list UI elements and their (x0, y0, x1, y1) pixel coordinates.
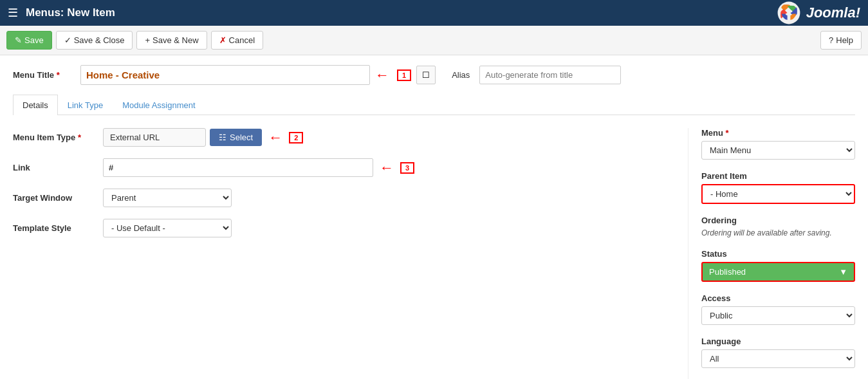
arrow-3-icon: ← (380, 160, 394, 176)
target-window-label: Target Window (13, 189, 103, 203)
alias-label: Alias (452, 70, 470, 80)
sidebar-access-label: Access (701, 293, 855, 303)
tab-details[interactable]: Details (13, 95, 58, 115)
sidebar-status-label: Status (701, 249, 855, 259)
save-icon: ✎ (15, 35, 22, 45)
template-style-label: Template Style (13, 219, 103, 233)
joomla-logo-icon (777, 1, 801, 25)
target-window-select[interactable]: Parent (103, 189, 232, 207)
arrow-2-icon: ← (268, 129, 282, 146)
menu-title-input-group: ← 1 ☐ (80, 65, 436, 85)
cancel-icon: ✗ (219, 35, 226, 45)
target-window-control: Parent (103, 189, 662, 207)
sidebar-language-section: Language All (701, 337, 855, 368)
sidebar-parent-label: Parent Item (701, 171, 855, 181)
link-row: Link ← 3 (13, 158, 662, 177)
select-grid-icon: ☷ (219, 133, 226, 142)
plus-icon: + (145, 35, 150, 45)
sidebar-parent-select[interactable]: - Home (701, 184, 855, 204)
sidebar-access-section: Access Public (701, 293, 855, 325)
annotation-2: 2 (289, 132, 303, 143)
target-window-row: Target Window Parent (13, 189, 662, 207)
sidebar-menu-section: Menu Main Menu (701, 128, 855, 160)
sidebar: Menu Main Menu Parent Item - Home Orderi… (688, 128, 855, 379)
select-button[interactable]: ☷ Select (210, 129, 262, 146)
help-icon: ? (829, 35, 833, 45)
template-style-control: - Use Default - (103, 219, 662, 237)
sidebar-language-label: Language (701, 337, 855, 346)
content-area: Menu Title ← 1 ☐ Alias Details Link Type… (0, 55, 868, 379)
sidebar-ordering-text: Ordering will be available after saving. (701, 228, 855, 237)
menu-title-row: Menu Title ← 1 ☐ Alias (13, 65, 855, 85)
help-button[interactable]: ? Help (820, 31, 862, 50)
toolbar: ✎ Save ✓ Save & Close + Save & New ✗ Can… (0, 26, 868, 55)
page-title: Menus: New Item (26, 6, 115, 19)
annotation-1: 1 (397, 69, 411, 81)
hamburger-icon[interactable]: ☰ (8, 6, 18, 20)
sidebar-language-select[interactable]: All (701, 349, 855, 368)
menu-item-type-value: External URL (103, 128, 206, 147)
menu-item-type-label: Menu Item Type (13, 128, 103, 142)
sidebar-status-select[interactable]: Published ▼ (701, 262, 855, 282)
joomla-logo: Joomla! (777, 1, 860, 25)
annotation-3: 3 (400, 162, 414, 174)
menu-title-input[interactable] (80, 65, 370, 85)
sidebar-parent-section: Parent Item - Home (701, 171, 855, 204)
main-layout: Menu Item Type External URL ☷ Select ← 2… (13, 128, 855, 379)
template-style-select[interactable]: - Use Default - (103, 219, 232, 237)
tabs: Details Link Type Module Assignment (13, 95, 855, 115)
tab-link-type[interactable]: Link Type (58, 95, 113, 115)
title-edit-icon[interactable]: ☐ (416, 66, 436, 84)
link-control: ← 3 (103, 158, 662, 177)
sidebar-access-select[interactable]: Public (701, 306, 855, 325)
navbar: ☰ Menus: New Item Joomla! (0, 0, 868, 26)
sidebar-ordering-label: Ordering (701, 216, 855, 225)
status-value: Published (709, 267, 746, 277)
link-label: Link (13, 158, 103, 172)
sidebar-status-section: Status Published ▼ (701, 249, 855, 282)
caret-icon: ▼ (839, 267, 847, 277)
checkmark-icon: ✓ (64, 35, 71, 45)
menu-title-label: Menu Title (13, 70, 71, 80)
cancel-button[interactable]: ✗ Cancel (211, 31, 263, 50)
link-input[interactable] (103, 158, 373, 177)
tab-module-assignment[interactable]: Module Assignment (113, 95, 205, 115)
alias-input[interactable] (479, 66, 621, 84)
save-button[interactable]: ✎ Save (6, 31, 52, 50)
menu-item-type-row: Menu Item Type External URL ☷ Select ← 2 (13, 128, 662, 147)
sidebar-ordering-section: Ordering Ordering will be available afte… (701, 216, 855, 237)
sidebar-menu-select[interactable]: Main Menu (701, 141, 855, 160)
save-new-button[interactable]: + Save & New (136, 31, 207, 50)
sidebar-menu-label: Menu (701, 128, 855, 138)
template-style-row: Template Style - Use Default - (13, 219, 662, 237)
arrow-1-icon: ← (375, 67, 389, 84)
form-area: Menu Item Type External URL ☷ Select ← 2… (13, 128, 688, 379)
joomla-text: Joomla! (806, 5, 860, 21)
menu-item-type-control: External URL ☷ Select ← 2 (103, 128, 662, 147)
save-close-button[interactable]: ✓ Save & Close (56, 31, 133, 50)
